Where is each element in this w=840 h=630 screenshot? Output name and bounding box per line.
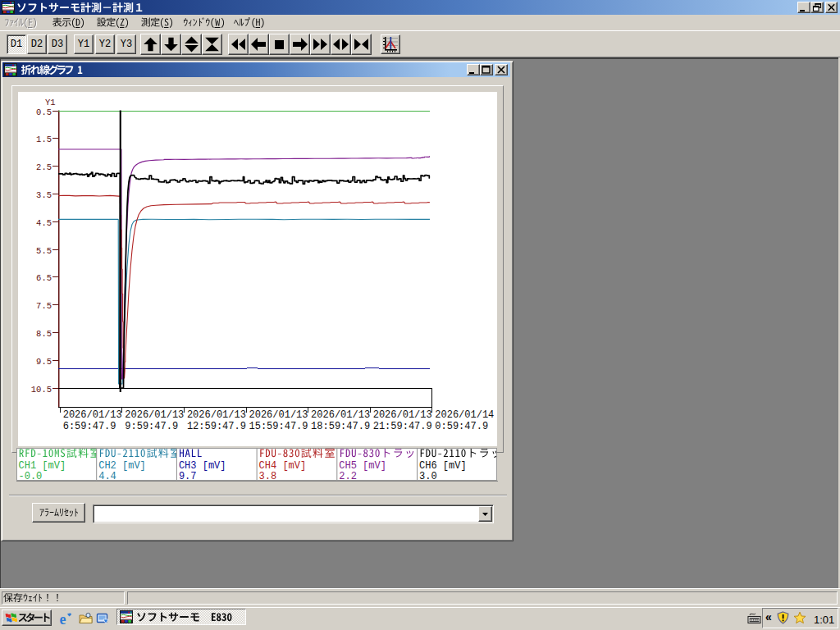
svg-text:4.4: 4.4 [98,471,116,482]
svg-text:CH4 [mV]: CH4 [mV] [259,460,307,472]
svg-text:2026/01/13: 2026/01/13 [249,409,308,421]
svg-text:3.5: 3.5 [36,190,52,200]
svg-text:18:59:47.9: 18:59:47.9 [311,421,370,432]
svg-text:2026/01/13: 2026/01/13 [373,409,432,421]
svg-text:9:59:47.9: 9:59:47.9 [125,421,178,432]
svg-text:0:59:47.9: 0:59:47.9 [435,421,488,432]
svg-text:CH6 [mV]: CH6 [mV] [419,460,467,472]
svg-text:4.5: 4.5 [36,218,52,228]
svg-text:CH3 [mV]: CH3 [mV] [179,460,226,472]
svg-text:6.5: 6.5 [36,273,52,283]
svg-text:CH5 [mV]: CH5 [mV] [339,460,386,472]
svg-text:1.5: 1.5 [36,135,52,144]
svg-text:-0.0: -0.0 [19,471,43,482]
svg-text:9.5: 9.5 [36,357,52,367]
svg-text:2.2: 2.2 [339,471,357,482]
svg-text:9.7: 9.7 [179,471,197,482]
svg-text:2026/01/13: 2026/01/13 [311,409,370,421]
svg-text:2026/01/13: 2026/01/13 [125,409,184,421]
svg-text:e: e [60,612,66,625]
svg-text:12:59:47.9: 12:59:47.9 [187,421,246,432]
svg-text:2026/01/14: 2026/01/14 [435,409,494,421]
svg-text:Y1: Y1 [45,98,56,107]
svg-text:21:59:47.9: 21:59:47.9 [373,421,432,432]
svg-text:2026/01/13: 2026/01/13 [63,409,122,421]
svg-text:2.5: 2.5 [36,162,52,172]
svg-text:7.5: 7.5 [36,301,52,311]
svg-text:5.5: 5.5 [36,246,52,256]
svg-text:2026/01/13: 2026/01/13 [187,409,246,421]
svg-text:0.5: 0.5 [36,107,52,117]
svg-text:6:59:47.9: 6:59:47.9 [63,421,116,432]
svg-text:15:59:47.9: 15:59:47.9 [249,421,308,432]
svg-text:3.0: 3.0 [419,471,437,482]
svg-text:CH2 [mV]: CH2 [mV] [98,460,146,472]
svg-text:8.5: 8.5 [36,329,52,339]
svg-text:10.5: 10.5 [31,385,52,395]
svg-text:3.8: 3.8 [259,471,277,482]
svg-text:CH1 [mV]: CH1 [mV] [19,460,66,472]
